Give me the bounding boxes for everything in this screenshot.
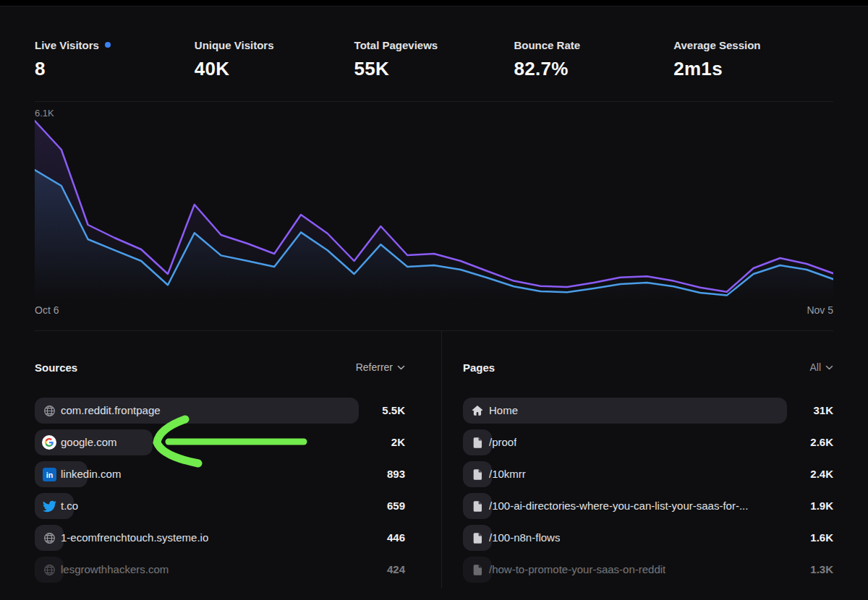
pages-filter-label: All (809, 361, 821, 373)
stat-value: 40K (195, 58, 354, 80)
stat-total-pageviews: Total Pageviews 55K (354, 38, 514, 80)
page-label: Home (489, 398, 518, 424)
chevron-down-icon (397, 365, 405, 370)
traffic-chart-card: 6.1K Oct 6 Nov 5 (35, 101, 833, 331)
stat-value: 55K (354, 58, 514, 80)
page-label: /proof (489, 429, 516, 455)
x-axis-end-label: Nov 5 (807, 304, 833, 317)
pages-filter-dropdown[interactable]: All (809, 361, 833, 373)
chevron-down-icon (825, 365, 833, 370)
page-label: /10kmrr (489, 461, 526, 487)
file-icon (463, 493, 492, 519)
page-row[interactable]: /10kmrr 2.4K (463, 461, 833, 487)
globe-icon (35, 557, 64, 583)
page-label: /100-n8n-flows (489, 525, 560, 551)
source-label: lesgrowthhackers.com (61, 557, 169, 583)
page-row[interactable]: /how-to-promote-your-saas-on-reddit 1.3K (463, 557, 833, 583)
pages-panel: Pages All Home 31K /proof 2.6K /10kmrr 2… (463, 331, 833, 588)
traffic-line-chart[interactable] (35, 118, 833, 300)
file-icon (463, 461, 492, 487)
breakdown-lists: Sources Referrer com.reddit.frontpage 5.… (0, 331, 868, 588)
stat-value: 8 (35, 58, 195, 80)
stat-label-text: Unique Visitors (195, 39, 274, 51)
stat-live-visitors: Live Visitors 8 (35, 38, 195, 80)
source-label: t.co (61, 493, 78, 519)
home-icon (463, 398, 492, 424)
globe-icon (35, 398, 64, 424)
page-value: 1.3K (810, 557, 833, 583)
vertical-divider (441, 331, 442, 588)
source-row[interactable]: in linkedin.com 893 (35, 461, 405, 487)
x-axis-labels: Oct 6 Nov 5 (35, 304, 833, 317)
source-row[interactable]: lesgrowthhackers.com 424 (35, 557, 405, 583)
file-icon (463, 429, 492, 455)
stat-average-session: Average Session 2m1s (673, 38, 833, 80)
source-value: 893 (387, 461, 405, 487)
stats-row: Live Visitors 8 Unique Visitors 40K Tota… (0, 7, 868, 80)
pages-list: Home 31K /proof 2.6K /10kmrr 2.4K /100-a… (463, 398, 833, 583)
stat-label-text: Bounce Rate (514, 39, 580, 51)
page-label: /100-ai-directories-where-you-can-list-y… (489, 493, 748, 519)
stat-value: 2m1s (673, 58, 833, 80)
source-row[interactable]: 1-ecomfrenchtouch.systeme.io 446 (35, 525, 405, 551)
pages-title: Pages (463, 361, 495, 374)
page-value: 2.6K (810, 429, 833, 455)
sources-filter-dropdown[interactable]: Referrer (356, 361, 405, 373)
visitors-area (35, 170, 833, 300)
file-icon (463, 525, 492, 551)
stat-label: Live Visitors (35, 38, 195, 51)
sources-filter-label: Referrer (356, 361, 393, 373)
page-value: 1.6K (810, 525, 833, 551)
stat-unique-visitors: Unique Visitors 40K (195, 38, 354, 80)
page-row[interactable]: /100-n8n-flows 1.6K (463, 525, 833, 551)
google-icon (35, 429, 64, 455)
source-value: 659 (387, 493, 405, 519)
stat-bounce-rate: Bounce Rate 82.7% (514, 38, 673, 80)
source-value: 424 (387, 557, 405, 583)
page-row[interactable]: /100-ai-directories-where-you-can-list-y… (463, 493, 833, 519)
sources-title: Sources (35, 361, 77, 374)
source-label: google.com (61, 429, 117, 455)
stat-label-text: Total Pageviews (354, 39, 438, 51)
source-row[interactable]: google.com 2K (35, 429, 405, 455)
source-value: 446 (387, 525, 405, 551)
source-value: 5.5K (382, 398, 405, 424)
sources-list: com.reddit.frontpage 5.5K google.com 2K … (35, 398, 405, 583)
stat-label-text: Average Session (673, 39, 760, 51)
source-label: 1-ecomfrenchtouch.systeme.io (61, 525, 208, 551)
page-label: /how-to-promote-your-saas-on-reddit (489, 557, 665, 583)
source-value: 2K (391, 429, 405, 455)
file-icon (463, 557, 492, 583)
page-value: 31K (813, 398, 833, 424)
source-row[interactable]: t.co 659 (35, 493, 405, 519)
live-dot-icon (105, 42, 111, 48)
x-axis-start-label: Oct 6 (35, 304, 59, 317)
sources-panel: Sources Referrer com.reddit.frontpage 5.… (35, 331, 405, 588)
twitter-icon (35, 493, 64, 519)
page-value: 1.9K (810, 493, 833, 519)
linkedin-icon: in (35, 461, 64, 487)
page-row[interactable]: /proof 2.6K (463, 429, 833, 455)
stat-value: 82.7% (514, 58, 673, 80)
source-label: linkedin.com (61, 461, 121, 487)
page-row[interactable]: Home 31K (463, 398, 833, 424)
window-top-strip (0, 0, 868, 7)
globe-icon (35, 525, 64, 551)
source-label: com.reddit.frontpage (61, 398, 161, 424)
page-value: 2.4K (810, 461, 833, 487)
svg-text:in: in (46, 470, 52, 479)
stat-label-text: Live Visitors (35, 39, 99, 51)
source-row[interactable]: com.reddit.frontpage 5.5K (35, 398, 405, 424)
